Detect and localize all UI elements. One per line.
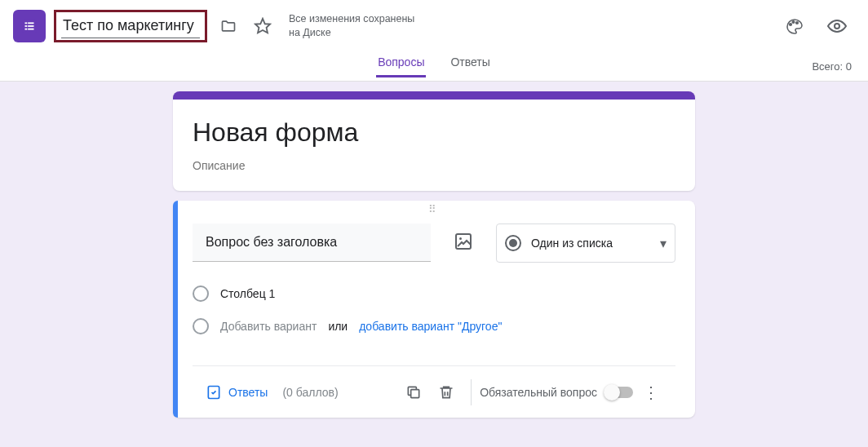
svg-point-11 bbox=[835, 24, 839, 29]
theme-button[interactable] bbox=[777, 8, 813, 44]
required-label: Обязательный вопрос bbox=[480, 386, 597, 399]
question-type-label: Один из списка bbox=[531, 237, 650, 250]
form-title-input[interactable] bbox=[193, 117, 675, 148]
svg-marker-7 bbox=[255, 19, 270, 33]
doc-title-input[interactable] bbox=[61, 15, 200, 38]
radio-icon bbox=[193, 285, 209, 302]
chevron-down-icon: ▾ bbox=[660, 236, 666, 251]
drag-handle[interactable]: ⠿ bbox=[173, 201, 695, 217]
delete-button[interactable] bbox=[430, 376, 463, 409]
question-type-dropdown[interactable]: Один из списка ▾ bbox=[496, 224, 675, 263]
form-title-card[interactable] bbox=[173, 91, 695, 191]
add-image-button[interactable] bbox=[445, 224, 481, 259]
svg-rect-6 bbox=[28, 29, 33, 30]
save-status: Все изменения сохранены на Диске bbox=[289, 12, 414, 40]
points-label: (0 баллов) bbox=[282, 386, 338, 399]
question-card[interactable]: ⠿ Один из списка ▾ Столбец 1 bbox=[173, 201, 695, 418]
tabs: Вопросы Ответы bbox=[376, 55, 492, 77]
tab-questions[interactable]: Вопросы bbox=[376, 55, 426, 77]
duplicate-button[interactable] bbox=[397, 376, 430, 409]
divider bbox=[471, 379, 472, 405]
add-option-row: Добавить вариант или добавить вариант "Д… bbox=[193, 310, 675, 343]
question-header-row: Один из списка ▾ bbox=[193, 224, 675, 263]
doc-title-highlight bbox=[54, 10, 207, 42]
add-option-button[interactable]: Добавить вариант bbox=[220, 320, 317, 333]
svg-rect-4 bbox=[28, 25, 33, 27]
svg-rect-3 bbox=[25, 25, 28, 27]
question-body: Один из списка ▾ Столбец 1 Добавить вари… bbox=[173, 217, 695, 418]
svg-rect-15 bbox=[411, 389, 419, 397]
answer-key-button[interactable]: Ответы bbox=[199, 379, 274, 405]
svg-point-10 bbox=[796, 22, 799, 24]
tab-responses[interactable]: Ответы bbox=[449, 55, 491, 77]
app-header: Все изменения сохранены на Диске bbox=[0, 0, 868, 52]
svg-rect-2 bbox=[28, 22, 33, 24]
option-text[interactable]: Столбец 1 bbox=[220, 287, 275, 300]
answer-key-label: Ответы bbox=[228, 386, 268, 399]
star-button[interactable] bbox=[246, 10, 279, 42]
radio-icon bbox=[193, 318, 209, 334]
svg-rect-1 bbox=[25, 22, 28, 24]
add-other-button[interactable]: добавить вариант "Другое" bbox=[359, 320, 502, 333]
active-accent bbox=[173, 201, 178, 418]
form-description-input[interactable] bbox=[193, 159, 675, 172]
move-to-folder-button[interactable] bbox=[212, 10, 245, 42]
header-actions bbox=[777, 8, 855, 44]
question-footer: Ответы (0 баллов) Обязательный вопрос ⋮ bbox=[193, 365, 675, 418]
option-row[interactable]: Столбец 1 bbox=[193, 277, 675, 310]
question-title-input[interactable] bbox=[193, 224, 431, 262]
add-or-label: или bbox=[328, 320, 348, 333]
radio-icon bbox=[505, 235, 521, 251]
svg-point-8 bbox=[790, 24, 792, 26]
preview-button[interactable] bbox=[819, 8, 855, 44]
svg-point-13 bbox=[459, 237, 462, 240]
required-toggle[interactable] bbox=[605, 387, 633, 398]
tabs-bar: Вопросы Ответы Всего: 0 bbox=[0, 52, 868, 82]
svg-rect-5 bbox=[25, 29, 28, 30]
forms-app-icon[interactable] bbox=[13, 10, 46, 42]
svg-point-9 bbox=[792, 21, 795, 24]
options-list: Столбец 1 Добавить вариант или добавить … bbox=[193, 263, 675, 347]
more-button[interactable]: ⋮ bbox=[640, 376, 662, 409]
form-canvas: ⠿ Один из списка ▾ Столбец 1 bbox=[0, 82, 868, 427]
total-points: Всего: 0 bbox=[812, 60, 852, 73]
